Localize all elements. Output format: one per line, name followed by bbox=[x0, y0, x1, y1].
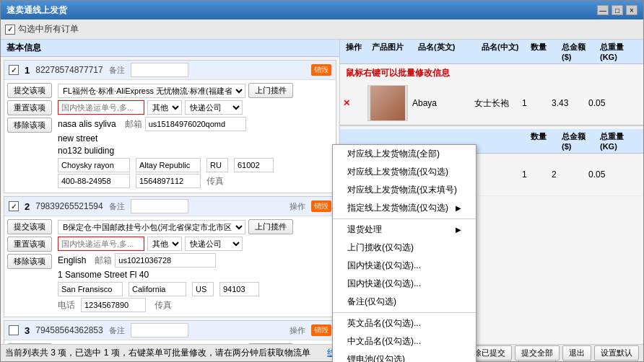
order-2-city-row bbox=[58, 282, 333, 296]
order-1-actions: 提交该项 重置该项 移除该项 bbox=[4, 80, 55, 193]
order-1-details: FL福州仓·标准·AliExpress 无忧物流·标准(福建省... 上门揽件 … bbox=[55, 80, 336, 193]
status-text: 当前列表共 3 项，已选中 1 项，右键菜单可批量修改，请在两分钟后获取物流单 bbox=[5, 347, 310, 359]
order-2-checkbox[interactable] bbox=[9, 201, 19, 211]
order-2-note-input[interactable] bbox=[131, 199, 188, 213]
order-1-fax-label: 传真 bbox=[206, 175, 224, 187]
close-button[interactable]: × bbox=[626, 5, 638, 15]
left-panel: 基本信息 1 82278574877717 备注 销毁 提交该项 重置该项 bbox=[1, 40, 340, 344]
order-3-checkbox[interactable] bbox=[9, 325, 19, 335]
order-2-phone-input[interactable] bbox=[81, 298, 146, 312]
col-name-en-header: 品名(英文) bbox=[418, 42, 476, 61]
menu-item-12[interactable]: 中文品名(仅勾选)... bbox=[340, 332, 476, 344]
order-1-note-input[interactable] bbox=[131, 63, 188, 77]
order-item-3: 3 79458564362853 备注 操作 销毁 提交该项 bbox=[4, 320, 336, 344]
remove-order-2-button[interactable]: 移除该项 bbox=[7, 254, 52, 269]
order-2-tracking-input[interactable] bbox=[58, 237, 144, 251]
order-2-warehouse-select[interactable]: B保定仓·中国邮政挂号小包(河北省保定市北市区韩... bbox=[58, 220, 245, 234]
order-2-ops-label: 操作 bbox=[290, 201, 305, 212]
settings-button[interactable]: 设置默认 bbox=[594, 345, 639, 361]
order-3-note-input[interactable] bbox=[131, 323, 188, 337]
order-2-address1: 1 Sansome Street Fl 40 bbox=[58, 270, 149, 280]
menu-item-1[interactable]: 对应线上发货物流(仅勾选) bbox=[340, 163, 476, 181]
col-ops-header: 操作 bbox=[346, 42, 366, 61]
select-all-checkbox[interactable] bbox=[5, 25, 15, 35]
minimize-button[interactable]: — bbox=[597, 5, 609, 15]
order-1-email-input[interactable] bbox=[145, 117, 246, 131]
order-2-city-input[interactable] bbox=[58, 282, 123, 296]
order-1-country-input[interactable] bbox=[206, 158, 228, 172]
report-header: 操作 产品图片 品名(英文) 品名(中文) 数量 总金额($) 总重量(KG) … bbox=[340, 40, 643, 64]
menu-item-0-label: 对应线上发货物流(全部) bbox=[347, 148, 440, 160]
menu-item-5[interactable]: 退货处理▶ bbox=[340, 221, 476, 239]
order-2-other-select[interactable]: 其他 bbox=[147, 237, 182, 251]
menu-item-11-label: 英文品名(仅勾选)... bbox=[347, 317, 421, 330]
order-1-note-label: 备注 bbox=[109, 65, 125, 76]
order-1-zip-input[interactable] bbox=[234, 158, 274, 172]
submit-order-1-button[interactable]: 提交该项 bbox=[7, 83, 52, 98]
submit-all-button[interactable]: 提交全部 bbox=[515, 345, 560, 361]
order-2-door-button[interactable]: 上门揽件 bbox=[248, 219, 293, 234]
menu-item-2[interactable]: 对应线上发货物流(仅末填号) bbox=[340, 181, 476, 199]
menu-item-7-label: 国内快递(仅勾选)... bbox=[347, 260, 421, 272]
order-3-note-label: 备注 bbox=[109, 325, 125, 336]
order-1-tracking-input[interactable] bbox=[58, 100, 144, 115]
order-item-2: 2 79839265521594 备注 操作 销毁 提交该项 重置该项 移除该项 bbox=[4, 196, 336, 317]
status-bar: 当前列表共 3 项，已选中 1 项，右键菜单可批量修改，请在两分钟后获取物流单 … bbox=[1, 344, 643, 361]
basic-info-header: 基本信息 bbox=[1, 40, 339, 57]
order-1-state-input[interactable] bbox=[136, 158, 201, 172]
order-2-actions: 提交该项 重置该项 移除该项 bbox=[4, 216, 55, 317]
order-1-city-input[interactable] bbox=[58, 158, 130, 172]
context-menu: 对应线上发货物流(全部) 对应线上发货物流(仅勾选) 对应线上发货物流(仅末填号… bbox=[340, 144, 477, 344]
order-1-express-select[interactable]: 快递公司 bbox=[185, 100, 243, 115]
menu-separator-2 bbox=[340, 312, 476, 313]
order-1-city-row bbox=[58, 158, 333, 172]
order-3-ops-label: 操作 bbox=[290, 325, 305, 336]
menu-item-5-label: 退货处理 bbox=[347, 224, 382, 236]
remove-order-1-button[interactable]: 移除该项 bbox=[7, 118, 52, 133]
product-1-weight: 0.05 bbox=[588, 98, 628, 108]
order-2-num: 2 bbox=[25, 201, 30, 212]
order-2-fax-label: 传真 bbox=[155, 299, 172, 312]
order-2-zip-input[interactable] bbox=[219, 282, 259, 296]
menu-item-0[interactable]: 对应线上发货物流(全部) bbox=[340, 145, 476, 163]
menu-item-9[interactable]: 备注(仅勾选) bbox=[340, 293, 476, 311]
order-1-num: 1 bbox=[25, 65, 30, 76]
order-1-phone-input[interactable] bbox=[58, 174, 130, 188]
reset-order-2-button[interactable]: 重置该项 bbox=[7, 237, 52, 252]
menu-item-3-label: 指定线上发货物流(仅勾选) bbox=[347, 202, 448, 214]
col-price-header: 总金额($) bbox=[562, 42, 594, 61]
order-2-country-input[interactable] bbox=[192, 282, 214, 296]
order-2-express-select[interactable]: 快递公司 bbox=[185, 237, 243, 251]
col-price-header-2: 总金额($) bbox=[562, 131, 594, 151]
order-3-tag: 销毁 bbox=[311, 325, 331, 336]
menu-item-11[interactable]: 英文品名(仅勾选)... bbox=[340, 314, 476, 332]
col-name-cn-header: 品名(中文) bbox=[482, 42, 525, 61]
exit-button[interactable]: 退出 bbox=[562, 345, 591, 361]
col-qty-header: 数量 bbox=[531, 42, 556, 61]
maximize-button[interactable]: □ bbox=[612, 5, 623, 15]
main-content: 基本信息 1 82278574877717 备注 销毁 提交该项 重置该项 bbox=[1, 40, 643, 344]
order-1-checkbox[interactable] bbox=[9, 65, 19, 75]
order-1-door-button[interactable]: 上门揽件 bbox=[248, 83, 293, 98]
order-2-state-input[interactable] bbox=[129, 282, 186, 296]
order-1-fax-input[interactable] bbox=[136, 174, 201, 188]
menu-item-3[interactable]: 指定线上发货物流(仅勾选)▶ bbox=[340, 199, 476, 217]
col-weight-header: 总重量(KG) bbox=[600, 42, 640, 61]
order-1-tag: 销毁 bbox=[311, 64, 331, 76]
product-1-name-cn: 女士长袍 bbox=[474, 97, 518, 110]
order-2-phone-row: 电话 传真 bbox=[58, 298, 333, 312]
product-1-thumbnail bbox=[370, 86, 405, 120]
report-separator bbox=[340, 125, 643, 126]
product-1-delete[interactable]: ✕ bbox=[343, 98, 350, 108]
order-1-other-select[interactable]: 其他 bbox=[147, 100, 182, 115]
status-buttons: 移除已提交 提交全部 退出 设置默认 bbox=[459, 345, 639, 361]
order-2-body: 提交该项 重置该项 移除该项 B保定仓·中国邮政挂号小包(河北省保定市北市区韩.… bbox=[4, 216, 336, 317]
menu-item-6[interactable]: 上门揽收(仅勾选) bbox=[340, 239, 476, 257]
menu-item-7[interactable]: 国内快递(仅勾选)... bbox=[340, 257, 476, 275]
reset-order-1-button[interactable]: 重置该项 bbox=[7, 100, 52, 115]
submit-order-2-button[interactable]: 提交该项 bbox=[7, 219, 52, 234]
order-3-header: 3 79458564362853 备注 操作 销毁 bbox=[4, 321, 336, 340]
menu-item-8[interactable]: 国内快递(仅勾选)... bbox=[340, 275, 476, 293]
order-1-warehouse-select[interactable]: FL福州仓·标准·AliExpress 无忧物流·标准(福建省... bbox=[58, 84, 245, 98]
order-2-email-input[interactable] bbox=[115, 253, 216, 268]
